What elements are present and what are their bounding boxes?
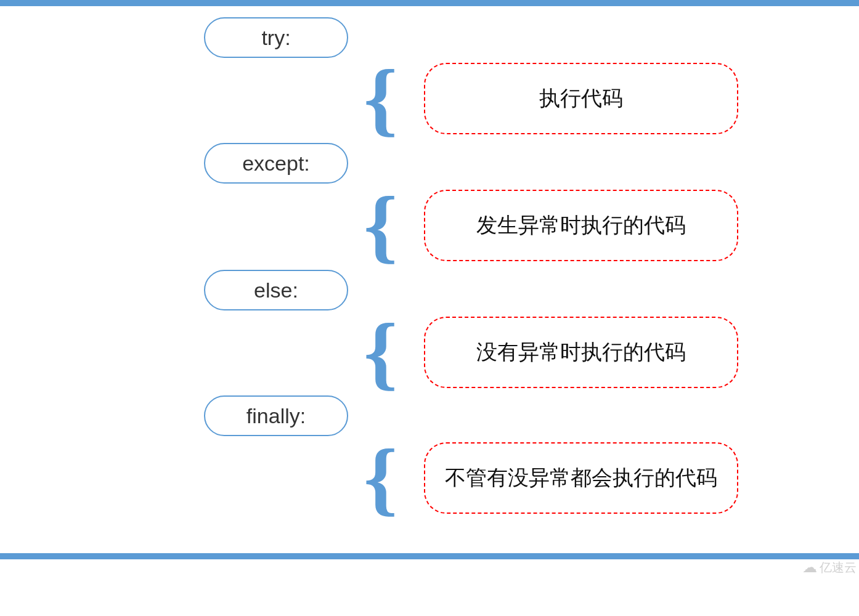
keyword-except: except: <box>204 143 348 184</box>
brace-icon: { <box>364 312 397 394</box>
keyword-else: else: <box>204 270 348 310</box>
description-label: 没有异常时执行的代码 <box>476 338 686 367</box>
description-label: 不管有没异常都会执行的代码 <box>445 464 717 492</box>
brace-icon: { <box>364 185 397 267</box>
description-finally: 不管有没异常都会执行的代码 <box>424 442 738 514</box>
top-divider <box>0 0 859 6</box>
keyword-try: try: <box>204 17 348 58</box>
description-label: 发生异常时执行的代码 <box>476 211 686 240</box>
keyword-finally: finally: <box>204 395 348 436</box>
keyword-label: else: <box>254 278 298 302</box>
description-try: 执行代码 <box>424 63 738 134</box>
brace-icon: { <box>364 437 397 519</box>
cloud-icon: ☁ <box>802 560 817 575</box>
description-else: 没有异常时执行的代码 <box>424 317 738 388</box>
description-label: 执行代码 <box>539 84 623 113</box>
exception-flow-diagram: try: { 执行代码 except: { 发生异常时执行的代码 else: {… <box>0 6 859 548</box>
keyword-label: try: <box>261 26 290 50</box>
watermark: ☁ 亿速云 <box>802 557 857 578</box>
description-except: 发生异常时执行的代码 <box>424 190 738 261</box>
keyword-label: except: <box>242 152 310 176</box>
bottom-divider <box>0 553 859 559</box>
keyword-label: finally: <box>246 404 306 428</box>
brace-icon: { <box>364 58 397 140</box>
watermark-text: 亿速云 <box>820 559 857 576</box>
